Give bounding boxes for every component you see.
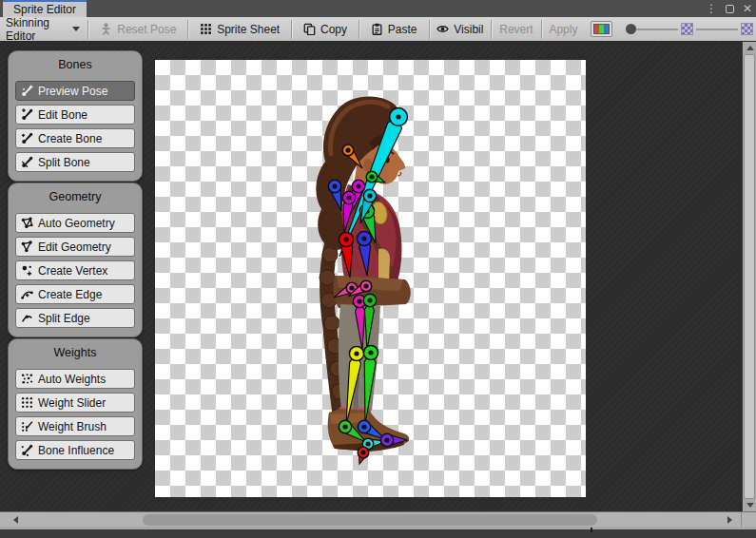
vertical-scrollbar[interactable] bbox=[742, 42, 756, 511]
rgb-swatch-icon bbox=[593, 24, 610, 34]
opacity-sliders bbox=[626, 23, 756, 35]
bone-preview-icon bbox=[21, 85, 33, 97]
reset-pose-icon bbox=[100, 23, 112, 35]
vertical-scrollbar-thumb[interactable] bbox=[744, 54, 755, 499]
sprite-transparency-canvas[interactable] bbox=[155, 60, 586, 497]
paste-button[interactable]: Paste bbox=[359, 17, 429, 42]
geometry-edit-icon bbox=[21, 240, 33, 253]
tool-button-label: Create Bone bbox=[38, 132, 102, 145]
revert-label: Revert bbox=[499, 23, 533, 36]
tab-sprite-editor[interactable]: Sprite Editor bbox=[3, 0, 87, 17]
sprite-sheet-label: Sprite Sheet bbox=[217, 23, 280, 36]
tool-button-weight-brush[interactable]: Weight Brush bbox=[15, 416, 135, 436]
tool-button-bone-influence[interactable]: Bone Influence bbox=[15, 440, 135, 460]
tool-button-create-edge[interactable]: Create Edge bbox=[15, 284, 135, 304]
sprite-and-bones bbox=[155, 60, 586, 497]
edge-split-icon bbox=[21, 312, 33, 324]
reset-pose-button[interactable]: Reset Pose bbox=[88, 17, 187, 42]
tab-title: Sprite Editor bbox=[13, 3, 76, 16]
copy-button[interactable]: Copy bbox=[292, 17, 359, 42]
bone-split-icon bbox=[21, 156, 33, 168]
reset-pose-label: Reset Pose bbox=[117, 23, 176, 36]
visibility-button[interactable]: Visibil bbox=[429, 17, 491, 42]
skinning-editor-label: Skinning Editor bbox=[6, 16, 66, 43]
close-icon[interactable]: ✕ bbox=[743, 0, 752, 17]
maximize-icon[interactable] bbox=[726, 5, 734, 13]
tool-button-edit-geometry[interactable]: Edit Geometry bbox=[15, 237, 135, 257]
sprite-sheet-button[interactable]: Sprite Sheet bbox=[188, 17, 291, 42]
panel-bones: BonesPreview PoseEdit BoneCreate BoneSpl… bbox=[8, 50, 143, 182]
chevron-down-icon bbox=[72, 27, 80, 31]
tool-button-label: Split Edge bbox=[38, 312, 90, 325]
tool-button-weight-slider[interactable]: Weight Slider bbox=[15, 393, 135, 413]
revert-button[interactable]: Revert bbox=[492, 17, 540, 42]
window-controls: ⋮ ✕ bbox=[706, 0, 752, 17]
bone-heel-red[interactable] bbox=[358, 447, 369, 464]
geometry-auto-icon bbox=[21, 217, 33, 229]
horizontal-scrollbar[interactable] bbox=[0, 511, 756, 527]
scroll-left-arrow[interactable] bbox=[8, 512, 23, 528]
character-sprite bbox=[316, 96, 410, 451]
bone-influence-icon bbox=[21, 444, 33, 456]
paste-label: Paste bbox=[388, 23, 417, 36]
bone-edit-icon bbox=[21, 108, 33, 121]
vertex-create-icon bbox=[21, 264, 33, 277]
tool-button-label: Auto Geometry bbox=[38, 217, 115, 230]
tool-button-label: Auto Weights bbox=[38, 373, 106, 386]
scroll-down-arrow[interactable] bbox=[743, 499, 756, 511]
bottom-status-strip bbox=[0, 527, 756, 538]
bone-create-icon bbox=[21, 132, 33, 144]
eye-icon bbox=[436, 23, 449, 35]
visibility-label: Visibil bbox=[454, 23, 483, 36]
skinning-editor-dropdown[interactable]: Skinning Editor bbox=[0, 17, 87, 42]
panel-title: Weights bbox=[15, 343, 135, 365]
weight-brush-icon bbox=[21, 420, 33, 432]
toolbar: Skinning Editor Reset Pose Sprite Sheet … bbox=[0, 17, 756, 42]
bone-color-swatch-button[interactable] bbox=[591, 21, 612, 37]
tool-button-label: Create Vertex bbox=[38, 264, 107, 278]
weights-auto-icon bbox=[21, 373, 33, 385]
tool-button-split-edge[interactable]: Split Edge bbox=[15, 308, 135, 328]
weight-slider-icon bbox=[21, 396, 33, 409]
tool-button-label: Weight Slider bbox=[38, 396, 106, 410]
tool-button-split-bone[interactable]: Split Bone bbox=[15, 152, 135, 172]
tool-button-auto-geometry[interactable]: Auto Geometry bbox=[15, 213, 135, 233]
sprite-sheet-icon bbox=[200, 23, 212, 35]
tool-button-label: Edit Geometry bbox=[38, 240, 111, 254]
tool-button-label: Preview Pose bbox=[38, 85, 107, 98]
scroll-up-arrow[interactable] bbox=[743, 42, 756, 54]
splitter-tick bbox=[591, 528, 592, 532]
apply-label: Apply bbox=[549, 23, 577, 36]
scroll-right-arrow[interactable] bbox=[722, 512, 737, 528]
bone-opacity-slider-track[interactable] bbox=[636, 29, 678, 30]
title-bar: Sprite Editor ⋮ ✕ bbox=[0, 0, 756, 17]
bone-opacity-slider-knob[interactable] bbox=[626, 24, 636, 34]
skinning-canvas[interactable]: BonesPreview PoseEdit BoneCreate BoneSpl… bbox=[0, 42, 756, 511]
tool-button-label: Split Bone bbox=[38, 156, 90, 169]
tool-button-edit-bone[interactable]: Edit Bone bbox=[15, 105, 135, 125]
tool-button-label: Weight Brush bbox=[38, 420, 107, 433]
tool-button-label: Create Edge bbox=[38, 288, 102, 301]
paste-icon bbox=[371, 23, 383, 35]
apply-button[interactable]: Apply bbox=[541, 17, 585, 42]
panel-title: Geometry bbox=[15, 187, 135, 209]
panel-geometry: GeometryAuto GeometryEdit GeometryCreate… bbox=[8, 183, 143, 337]
edge-create-icon bbox=[21, 288, 33, 300]
sprite-opacity-slider-track[interactable] bbox=[696, 29, 738, 30]
panel-weights: WeightsAuto WeightsWeight SliderWeight B… bbox=[8, 338, 143, 470]
tool-button-preview-pose[interactable]: Preview Pose bbox=[15, 81, 135, 101]
tool-button-auto-weights[interactable]: Auto Weights bbox=[15, 369, 135, 389]
horizontal-scrollbar-thumb[interactable] bbox=[143, 514, 597, 526]
tool-button-create-bone[interactable]: Create Bone bbox=[15, 128, 135, 148]
tool-button-label: Bone Influence bbox=[38, 444, 114, 457]
kebab-menu-icon[interactable]: ⋮ bbox=[706, 0, 717, 17]
copy-icon bbox=[303, 23, 316, 35]
tool-button-label: Edit Bone bbox=[38, 108, 87, 122]
tool-button-create-vertex[interactable]: Create Vertex bbox=[15, 260, 135, 280]
scrollbar-corner bbox=[741, 512, 756, 528]
panel-title: Bones bbox=[15, 55, 135, 77]
checker-icon bbox=[681, 23, 693, 35]
checker-icon bbox=[741, 23, 753, 35]
copy-label: Copy bbox=[320, 23, 347, 36]
